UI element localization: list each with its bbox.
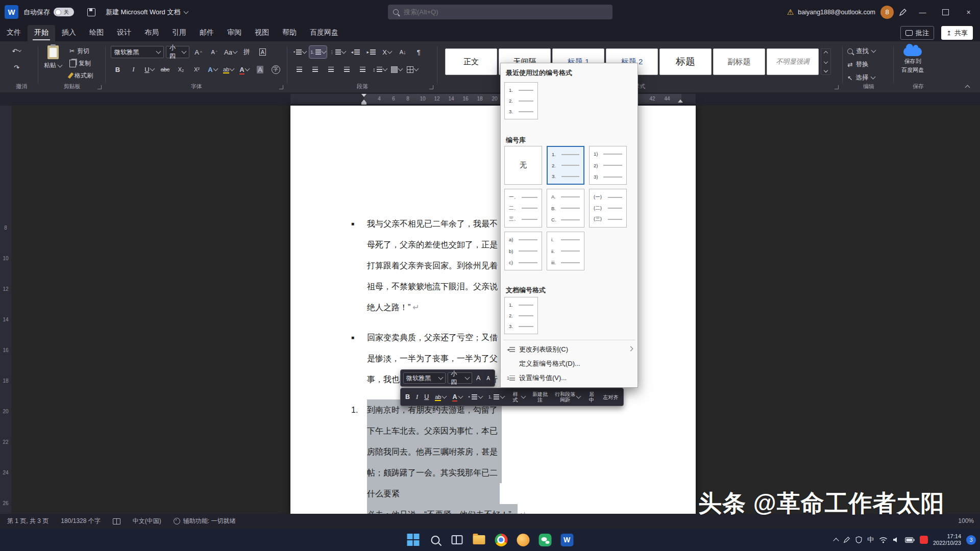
find-button[interactable]: 查找	[847, 45, 875, 57]
numbering-item-paren[interactable]: 1) 2) 3)	[589, 146, 627, 185]
mini-font-size-select[interactable]: 小四	[448, 372, 472, 384]
borders-button[interactable]	[406, 63, 420, 76]
font-color-button[interactable]: A	[237, 63, 251, 76]
mini-numbering-button[interactable]: 1.	[486, 393, 507, 400]
tab-help[interactable]: 帮助	[276, 25, 303, 41]
avatar[interactable]: 8	[880, 6, 894, 19]
tab-view[interactable]: 视图	[248, 25, 276, 41]
sort-button[interactable]: A↓	[396, 46, 410, 58]
mini-italic-button[interactable]: I	[414, 392, 420, 402]
hidden-icons-chevron[interactable]	[833, 538, 839, 543]
doc-line[interactable]: 是惨淡，一半为了丧事，一半为了父	[367, 348, 498, 369]
text-effects-button[interactable]: A	[206, 63, 219, 76]
volume-icon[interactable]	[893, 537, 900, 543]
distribute-button[interactable]	[356, 63, 370, 76]
numbering-button[interactable]: 1.	[309, 46, 327, 58]
tab-mailings[interactable]: 邮件	[193, 25, 220, 41]
mini-align-left-button[interactable]: 左对齐	[601, 393, 621, 401]
doc-line[interactable]: 帖；颇踌躇了一会。其实我那年已二	[367, 462, 526, 483]
justify-button[interactable]	[340, 63, 354, 76]
minimize-button[interactable]: —	[911, 0, 934, 24]
tab-draw[interactable]: 绘图	[83, 25, 110, 41]
document-title[interactable]: 新建 Microsoft Word 文档	[106, 8, 188, 17]
tab-layout[interactable]: 布局	[138, 25, 165, 41]
numbering-item-chinese[interactable]: 一、 二、 三、	[504, 189, 542, 228]
collapse-ribbon-button[interactable]	[965, 85, 970, 90]
format-painter-button[interactable]: 格式刷	[69, 70, 93, 81]
mini-shrink-font-button[interactable]: A	[484, 374, 492, 382]
bold-button[interactable]: B	[111, 63, 125, 76]
align-right-button[interactable]	[324, 63, 338, 76]
cut-button[interactable]: ✂剪切	[69, 45, 93, 57]
numbering-item-decimal-selected[interactable]: 1. 2. 3.	[547, 146, 584, 185]
mini-center-button[interactable]: 居中	[584, 390, 599, 404]
multilevel-list-button[interactable]: ⋮	[329, 46, 347, 58]
doc-line[interactable]: 下午上车北去。父亲因为事忙，本已	[367, 420, 526, 441]
numbering-item-roman[interactable]: i. ii. iii.	[547, 232, 584, 270]
accessibility-status[interactable]: 辅助功能: 一切就绪	[174, 517, 236, 525]
right-indent-marker[interactable]	[678, 99, 683, 103]
mini-bullets-button[interactable]: •	[467, 393, 484, 400]
style-card-subtle-emphasis[interactable]: 不明显强调	[767, 48, 819, 75]
search-input[interactable]	[403, 8, 607, 16]
change-list-level-item[interactable]: ◂ 更改列表级别(C)	[502, 343, 637, 356]
mini-font-family-select[interactable]: 微软雅黑	[403, 372, 446, 384]
dialog-launcher-icon[interactable]	[429, 85, 433, 89]
maximize-button[interactable]	[934, 0, 957, 24]
undo-button[interactable]: ↶	[10, 45, 23, 57]
decrease-indent-button[interactable]: ◂	[349, 46, 362, 58]
proofing-icon[interactable]	[113, 518, 120, 524]
paragraph-bullet-1[interactable]: ■ 我与父亲不相见已二年余了，我最不 母死了，父亲的差使也交卸了，正是 打算跟着…	[367, 213, 498, 318]
doc-line[interactable]: 母死了，父亲的差使也交卸了，正是	[367, 234, 498, 255]
save-to-baidu-button[interactable]: 保存到 百度网盘	[901, 47, 924, 73]
account-email[interactable]: baiyang1888@outlook.com	[798, 9, 875, 16]
comments-button[interactable]: 批注	[900, 26, 934, 40]
shrink-font-button[interactable]: Aˇ	[207, 46, 221, 58]
mini-font-color-button[interactable]: A	[450, 392, 464, 402]
tray-shield-icon[interactable]	[855, 536, 862, 543]
language-indicator[interactable]: 中文(中国)	[133, 517, 161, 525]
warning-icon[interactable]: ⚠	[787, 8, 794, 17]
style-card-normal[interactable]: 正文	[445, 48, 497, 75]
select-button[interactable]: ↖选择	[847, 72, 875, 83]
tab-review[interactable]: 审阅	[220, 25, 248, 41]
line-spacing-button[interactable]: ↕	[372, 63, 388, 76]
mini-styles-button[interactable]: 样式	[508, 390, 527, 404]
tray-app-icon[interactable]	[920, 536, 928, 544]
close-button[interactable]: ×	[957, 0, 980, 24]
autosave-switch[interactable]: 关	[54, 8, 74, 16]
autosave-toggle[interactable]: 自动保存 关	[23, 8, 74, 17]
battery-icon[interactable]	[905, 537, 915, 543]
asian-layout-button[interactable]: X	[380, 46, 394, 58]
show-marks-button[interactable]: ¶	[412, 46, 426, 58]
font-family-select[interactable]: 微软雅黑	[111, 46, 164, 58]
grow-font-button[interactable]: A^	[191, 46, 205, 58]
redo-button[interactable]: ↷	[10, 61, 23, 73]
tab-baidu-netdisk[interactable]: 百度网盘	[303, 25, 345, 41]
notification-badge[interactable]: 3	[966, 535, 976, 545]
font-size-select[interactable]: 小四	[166, 46, 189, 58]
mini-bold-button[interactable]: B	[403, 392, 412, 402]
phonetic-guide-button[interactable]: 拼	[240, 46, 254, 58]
gallery-scroll-down[interactable]	[821, 58, 830, 66]
numbering-none-item[interactable]: 无	[504, 146, 542, 185]
clock[interactable]: 17:14 2022/10/23	[933, 533, 961, 546]
input-method-indicator[interactable]: 中	[867, 535, 874, 544]
tab-references[interactable]: 引用	[165, 25, 193, 41]
doc-line[interactable]: 房陪我同去。他再三嘱咐茶房，甚是	[367, 441, 526, 462]
taskbar-search-icon[interactable]	[429, 533, 442, 546]
superscript-button[interactable]: X²	[190, 63, 204, 76]
paste-button[interactable]: 粘贴	[44, 45, 62, 70]
gallery-scroll-up[interactable]	[821, 49, 830, 58]
app-orange-icon[interactable]	[517, 533, 530, 546]
doc-line[interactable]: 什么要紧	[367, 483, 526, 504]
change-case-button[interactable]: Aa	[223, 46, 238, 58]
numbering-item-upper-alpha[interactable]: A. B. C.	[547, 189, 584, 228]
doc-numbering-item[interactable]: 1. 2. 3.	[504, 297, 538, 334]
increase-indent-button[interactable]: ▸	[364, 46, 378, 58]
recent-numbering-item[interactable]: 1. 2. 3.	[504, 82, 538, 119]
wechat-icon[interactable]	[538, 533, 552, 546]
copy-button[interactable]: 复制	[69, 58, 93, 69]
dialog-launcher-icon[interactable]	[835, 85, 839, 89]
save-icon[interactable]	[87, 8, 95, 16]
